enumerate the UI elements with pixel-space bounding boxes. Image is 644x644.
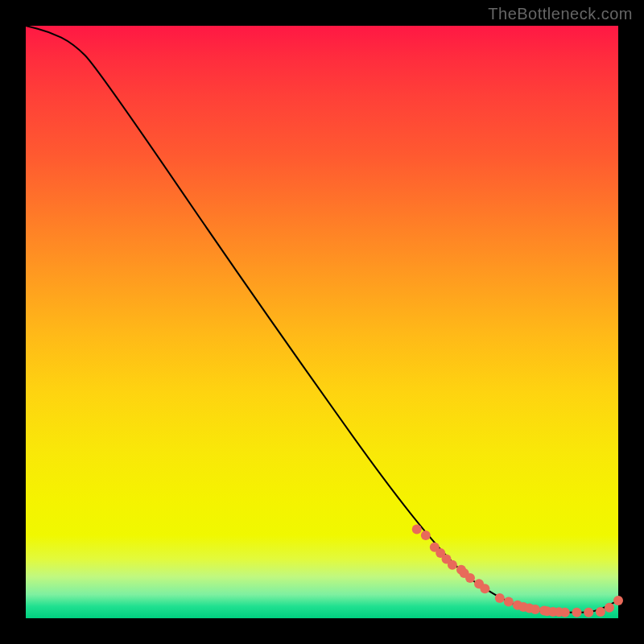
data-point	[613, 596, 623, 605]
bottleneck-curve	[26, 26, 618, 613]
plot-area	[26, 26, 618, 618]
data-point	[560, 608, 570, 617]
data-point	[596, 607, 605, 617]
data-point	[412, 525, 422, 535]
data-point	[530, 605, 540, 614]
chart-svg	[26, 26, 618, 618]
data-point	[448, 560, 457, 570]
data-point	[421, 530, 431, 540]
data-point	[504, 597, 514, 606]
data-point	[480, 584, 489, 593]
scatter-points	[412, 525, 623, 617]
watermark-text: TheBottleneck.com	[488, 5, 633, 23]
data-point	[584, 608, 593, 617]
data-point	[465, 573, 475, 583]
data-point	[495, 593, 505, 603]
data-point	[572, 608, 581, 617]
data-point	[605, 603, 614, 613]
chart-container: TheBottleneck.com	[0, 0, 644, 644]
